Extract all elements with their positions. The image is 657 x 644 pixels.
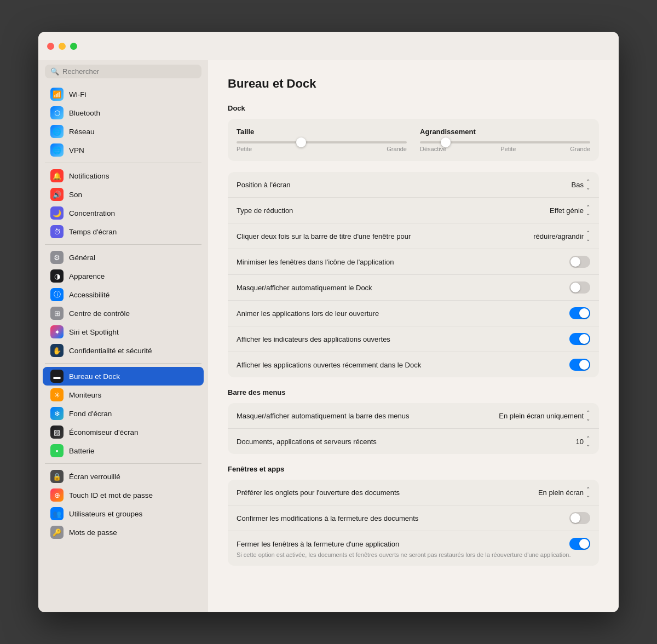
sidebar-item-label-controle: Centre de contrôle <box>69 309 130 318</box>
taille-track[interactable] <box>237 141 407 143</box>
card-row-label-0: Préférer les onglets pour l'ouverture de… <box>237 488 538 497</box>
taille-slider-group: Taille Petite Grande <box>237 128 407 152</box>
card-row-label-2: Cliquer deux fois sur la barre de titre … <box>237 232 533 240</box>
toggle-knob-5 <box>579 308 589 318</box>
sidebar-item-apparence[interactable]: ◑Apparence <box>43 267 204 285</box>
sidebar-item-label-mots: Mots de passe <box>69 528 117 537</box>
sidebar-item-label-fond: Fond d'écran <box>69 410 112 418</box>
select-value-0[interactable]: Bas ⌃⌄ <box>572 179 590 191</box>
card-row-0: Position à l'écranBas ⌃⌄ <box>228 172 599 198</box>
bluetooth-icon: ⬡ <box>50 106 64 119</box>
sidebar-item-label-apparence: Apparence <box>69 272 105 280</box>
traffic-lights <box>47 43 77 50</box>
sidebar-divider-2 <box>45 244 201 245</box>
sidebar-item-temps[interactable]: ⏱Temps d'écran <box>43 222 204 241</box>
sidebar-item-label-bluetooth: Bluetooth <box>69 109 100 117</box>
sidebar-item-moniteurs[interactable]: ✳Moniteurs <box>43 386 204 404</box>
sidebar-item-general[interactable]: ⚙Général <box>43 248 204 267</box>
sidebar-item-son[interactable]: 🔊Son <box>43 185 204 204</box>
card-row-1: Confirmer les modifications à la fermetu… <box>228 505 599 531</box>
select-value-1[interactable]: 10 ⌃⌄ <box>576 435 590 447</box>
agrand-grande: Grande <box>570 146 590 152</box>
general-icon: ⚙ <box>50 251 64 264</box>
agrand-track[interactable] <box>420 141 590 143</box>
select-value-1[interactable]: Effet génie ⌃⌄ <box>550 204 590 216</box>
taille-range-labels: Petite Grande <box>237 146 407 152</box>
sidebar-item-touchid[interactable]: ⊕Touch ID et mot de passe <box>43 486 204 504</box>
sidebar-item-accessibility[interactable]: ⓘAccessibilité <box>43 285 204 304</box>
card-row-label-3: Minimiser les fenêtres dans l'icône de l… <box>237 258 569 266</box>
sidebar-item-controle[interactable]: ⊞Centre de contrôle <box>43 304 204 323</box>
sidebar-item-bluetooth[interactable]: ⬡Bluetooth <box>43 104 204 122</box>
agrand-petite: Petite <box>500 146 516 152</box>
toggle-5[interactable] <box>569 307 590 319</box>
toggle-3[interactable] <box>569 256 590 268</box>
card-row-note-2: Si cette option est activée, les documen… <box>237 551 571 559</box>
agrand-thumb[interactable] <box>441 137 451 147</box>
dock-section-title: Dock <box>228 104 599 112</box>
sidebar-item-reseau[interactable]: 🌐Réseau <box>43 122 204 141</box>
sidebar-item-confidentialite[interactable]: ✋Confidentialité et sécurité <box>43 341 204 360</box>
sidebar-item-label-utilisateurs: Utilisateurs et groupes <box>69 510 142 518</box>
toggle-knob-4 <box>570 283 580 292</box>
touchid-icon: ⊕ <box>50 488 64 502</box>
card-row-label-1: Confirmer les modifications à la fermetu… <box>237 514 569 522</box>
select-value-0[interactable]: En plein écran ⌃⌄ <box>538 486 590 498</box>
main-content: Bureau et Dock Dock Taille Petite Grande <box>208 60 619 612</box>
system-preferences-window: 🔍 📶Wi-Fi⬡Bluetooth🌐Réseau🌐VPN🔔Notificati… <box>38 32 619 612</box>
batterie-icon: ▪ <box>50 444 64 457</box>
sidebar-item-batterie[interactable]: ▪Batterie <box>43 441 204 460</box>
sidebar-item-label-batterie: Batterie <box>69 447 95 455</box>
utilisateurs-icon: 👥 <box>50 507 64 520</box>
card-row-label-6: Afficher les indicateurs des application… <box>237 335 569 343</box>
select-value-0[interactable]: En plein écran uniquement ⌃⌄ <box>499 410 590 422</box>
search-box[interactable]: 🔍 <box>45 65 201 78</box>
toggle-2[interactable] <box>569 538 590 550</box>
card-row-top-2: Fermer les fenêtres à la fermeture d'une… <box>237 538 590 550</box>
sidebar-item-notifications[interactable]: 🔔Notifications <box>43 166 204 185</box>
sidebar-item-mots[interactable]: 🔑Mots de passe <box>43 523 204 542</box>
sidebar-items-container: 📶Wi-Fi⬡Bluetooth🌐Réseau🌐VPN🔔Notification… <box>38 85 208 542</box>
sidebar-item-vpn[interactable]: 🌐VPN <box>43 141 204 159</box>
chevron-icon-1: ⌃⌄ <box>586 204 590 216</box>
taille-thumb[interactable] <box>296 137 306 147</box>
toggle-7[interactable] <box>569 359 590 371</box>
card-row-label-0: Position à l'écran <box>237 181 572 189</box>
content-area: 🔍 📶Wi-Fi⬡Bluetooth🌐Réseau🌐VPN🔔Notificati… <box>38 60 619 612</box>
maximize-button[interactable] <box>70 43 77 50</box>
toggle-6[interactable] <box>569 333 590 345</box>
sidebar-item-siri[interactable]: ✦Siri et Spotlight <box>43 323 204 341</box>
sidebar-item-wifi[interactable]: 📶Wi-Fi <box>43 85 204 104</box>
minimize-button[interactable] <box>59 43 66 50</box>
moniteurs-icon: ✳ <box>50 388 64 401</box>
taille-petite: Petite <box>237 146 252 152</box>
agrand-label: Agrandissement <box>420 128 590 136</box>
sidebar-item-fond[interactable]: ❄Fond d'écran <box>43 404 204 423</box>
apparence-icon: ◑ <box>50 269 64 283</box>
taille-grande: Grande <box>387 146 407 152</box>
select-value-2[interactable]: réduire/agrandir ⌃⌄ <box>533 230 590 242</box>
search-icon: 🔍 <box>50 67 59 76</box>
card-row-label-0: Masquer/afficher automatiquement la barr… <box>237 412 499 420</box>
concentration-icon: 🌙 <box>50 206 64 220</box>
sliders-card: Taille Petite Grande Agrandissement <box>228 119 599 161</box>
close-button[interactable] <box>47 43 54 50</box>
fenetres-rows-card: Préférer les onglets pour l'ouverture de… <box>228 480 599 566</box>
chevron-icon-1: ⌃⌄ <box>586 435 590 447</box>
sidebar-item-ecran[interactable]: 🔒Écran verrouillé <box>43 467 204 486</box>
toggle-1[interactable] <box>569 512 590 524</box>
reseau-icon: 🌐 <box>50 125 64 138</box>
toggle-knob-1 <box>570 513 580 523</box>
wifi-icon: 📶 <box>50 88 64 101</box>
toggle-4[interactable] <box>569 281 590 294</box>
sidebar-item-economiseur[interactable]: ▨Économiseur d'écran <box>43 423 204 441</box>
sidebar: 🔍 📶Wi-Fi⬡Bluetooth🌐Réseau🌐VPN🔔Notificati… <box>38 60 208 612</box>
sidebar-item-utilisateurs[interactable]: 👥Utilisateurs et groupes <box>43 504 204 523</box>
search-input[interactable] <box>62 67 196 76</box>
ecran-icon: 🔒 <box>50 470 64 483</box>
sidebar-item-label-moniteurs: Moniteurs <box>69 391 101 399</box>
sidebar-item-concentration[interactable]: 🌙Concentration <box>43 204 204 222</box>
vpn-icon: 🌐 <box>50 143 64 157</box>
sidebar-item-bureau[interactable]: ▬Bureau et Dock <box>43 367 204 386</box>
toggle-knob-2 <box>579 539 589 549</box>
